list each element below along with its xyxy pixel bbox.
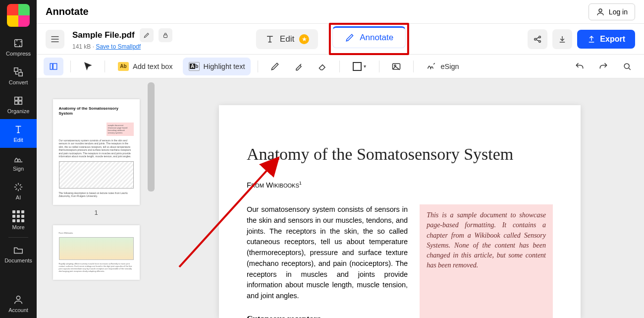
thumb-title: Anatomy of the Somatosensory System <box>59 106 134 117</box>
sidebar-label: Account <box>8 307 28 313</box>
sidebar-item-ai[interactable]: AI <box>0 177 37 205</box>
page-thumbnail-1[interactable]: Anatomy of the Somatosensory System samp… <box>53 99 140 205</box>
svg-rect-9 <box>163 35 167 37</box>
user-icon <box>596 7 605 16</box>
cursor-icon <box>83 62 93 71</box>
select-tool[interactable] <box>78 58 98 75</box>
page-canvas[interactable]: Anatomy of the Somatosensory System From… <box>156 78 644 318</box>
titlebar: Annotate Log in <box>37 0 644 24</box>
doc-side-note: This is a sample document to showcase pa… <box>420 204 553 318</box>
app-sidebar: Compress Convert Organize Edit Sign AI M… <box>0 0 37 318</box>
svg-point-7 <box>16 296 20 300</box>
pencil-icon <box>143 32 150 39</box>
header-actions: Export <box>528 29 635 49</box>
signature-icon <box>427 62 436 71</box>
undo-button[interactable] <box>570 58 590 75</box>
svg-point-8 <box>599 9 602 12</box>
sidebar-item-documents[interactable]: Documents <box>0 240 37 268</box>
sidebar-item-convert[interactable]: Convert <box>0 62 37 90</box>
login-button[interactable]: Log in <box>589 3 635 20</box>
undo-icon <box>575 62 585 71</box>
file-size: 141 kB <box>72 43 91 50</box>
chevron-down-icon: ▾ <box>364 64 366 69</box>
sidebar-label: Documents <box>4 257 32 263</box>
compress-icon <box>13 38 24 49</box>
app-main: Annotate Log in Sample File.pdf 141 kB ·… <box>37 0 644 318</box>
menu-button[interactable] <box>46 30 64 49</box>
export-icon <box>587 35 596 44</box>
sidebar-label: Edit <box>14 137 23 143</box>
tab-edit-label: Edit <box>280 34 294 44</box>
svg-rect-5 <box>15 101 18 104</box>
sidebar-item-edit[interactable]: Edit <box>0 119 37 148</box>
search-button[interactable] <box>617 58 637 75</box>
premium-star-icon: ★ <box>299 34 309 44</box>
tab-edit[interactable]: Edit ★ <box>256 29 318 49</box>
annotate-highlight-box: Annotate <box>329 23 409 55</box>
sidebar-item-organize[interactable]: Organize <box>0 90 37 119</box>
account-icon <box>13 294 24 305</box>
share-icon <box>533 35 542 44</box>
thumb-note: sample document showcase page based form… <box>107 123 134 136</box>
redo-button[interactable] <box>593 58 613 75</box>
login-label: Log in <box>609 8 628 16</box>
thumbnail-scrollbar[interactable] <box>148 82 155 191</box>
shape-tool[interactable]: ▾ <box>347 58 372 75</box>
sidebar-label: Convert <box>9 79 28 85</box>
rename-button[interactable] <box>140 28 154 42</box>
svg-rect-6 <box>19 101 22 104</box>
eraser-tool[interactable] <box>313 58 332 75</box>
tab-annotate[interactable]: Annotate <box>332 26 406 48</box>
svg-point-17 <box>624 64 629 68</box>
svg-rect-14 <box>53 64 57 69</box>
sidebar-label: Sign <box>13 166 24 172</box>
sidebar-item-account[interactable]: Account <box>0 289 37 318</box>
marker-tool[interactable] <box>289 58 309 75</box>
sidebar-label: More <box>12 224 24 230</box>
esign-tool[interactable]: eSign <box>421 58 465 75</box>
page-thumbnail-2[interactable]: From Wikibooks Rapidly adapting afferent… <box>53 225 140 280</box>
file-name: Sample File.pdf <box>72 30 135 40</box>
sidebar-item-sign[interactable]: Sign <box>0 148 37 177</box>
marker-icon <box>294 62 304 71</box>
doc-title: Anatomy of the Somatosensory System <box>247 145 553 164</box>
doc-paragraph: Our somatosensory system consists of sen… <box>247 204 408 302</box>
edit-mode-icon <box>265 34 275 44</box>
sidebar-item-compress[interactable]: Compress <box>0 33 37 62</box>
image-icon <box>391 62 401 71</box>
lock-button[interactable] <box>159 28 172 42</box>
highlight-label: Highlight text <box>204 63 245 70</box>
add-text-label: Add text box <box>133 63 173 70</box>
thumbnail-toggle[interactable] <box>44 58 63 75</box>
share-button[interactable] <box>528 29 547 49</box>
sidebar-item-more[interactable]: More <box>0 205 37 235</box>
svg-rect-4 <box>19 97 22 100</box>
thumb-figure <box>59 161 134 189</box>
page-title: Annotate <box>46 6 89 17</box>
file-header: Sample File.pdf 141 kB · Save to Smallpd… <box>37 24 644 55</box>
export-button[interactable]: Export <box>577 30 635 49</box>
textbox-icon: Ab <box>118 62 129 71</box>
pdf-page-1: Anatomy of the Somatosensory System From… <box>219 105 581 318</box>
add-text-tool[interactable]: Ab Add text box <box>112 58 179 75</box>
pen-tool[interactable] <box>265 58 285 75</box>
sidebar-label: Organize <box>7 108 30 114</box>
sidebar-divider <box>8 237 28 238</box>
app-logo[interactable] <box>7 4 30 27</box>
thumbnail-panel: Anatomy of the Somatosensory System samp… <box>37 78 156 318</box>
image-tool[interactable] <box>386 58 406 75</box>
export-label: Export <box>600 35 625 44</box>
svg-rect-3 <box>15 97 18 100</box>
save-link[interactable]: Save to Smallpdf <box>96 43 141 50</box>
sidebar-label: AI <box>16 194 21 200</box>
doc-source: From Wikibooks1 <box>247 181 553 190</box>
thumb-page-number: 1 <box>94 209 98 216</box>
svg-rect-1 <box>14 68 18 71</box>
search-icon <box>622 62 632 71</box>
highlight-tool[interactable]: Ab Highlight text <box>183 58 251 75</box>
workspace: Anatomy of the Somatosensory System samp… <box>37 78 644 318</box>
download-button[interactable] <box>552 29 572 49</box>
hamburger-icon <box>51 36 59 43</box>
convert-icon <box>13 66 24 77</box>
esign-label: eSign <box>440 63 459 70</box>
